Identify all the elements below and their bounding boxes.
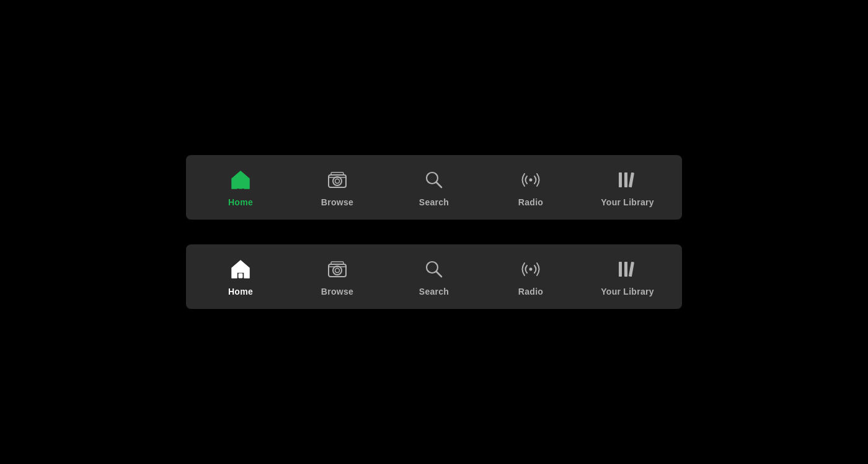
home-icon-wrap [228,167,253,192]
library-icon-wrap-bottom [615,257,640,282]
nav-item-library-bottom[interactable]: Your Library [587,257,668,297]
svg-rect-22 [624,262,627,277]
radio-label-top: Radio [518,197,543,207]
svg-line-19 [436,272,441,277]
browse-label-bottom: Browse [321,287,353,297]
home-label-top: Home [228,197,253,207]
search-icon-top [423,169,445,191]
svg-point-20 [529,268,533,271]
home-icon [229,168,252,192]
svg-rect-16 [331,262,343,264]
nav-item-radio-bottom[interactable]: Radio [490,257,571,297]
nav-bar-top: Home Browse Sear [186,155,682,220]
nav-item-home-bottom[interactable]: Home [200,257,281,297]
nav-bar-bottom: Home Browse Search [186,244,682,309]
search-label-bottom: Search [419,287,449,297]
search-icon-wrap-top [422,167,446,192]
home-icon-wrap-bottom [228,257,253,282]
nav-item-browse-top[interactable]: Browse [297,167,378,207]
nav-item-radio-top[interactable]: Radio [490,167,571,207]
library-icon-top [616,169,639,191]
library-label-bottom: Your Library [601,287,654,297]
library-label-top: Your Library [601,197,654,207]
nav-item-search-bottom[interactable]: Search [394,257,474,297]
radio-icon-bottom [519,257,542,281]
radio-icon-wrap-top [518,167,543,192]
browse-icon-bottom [326,258,348,280]
radio-icon-top [519,168,542,192]
svg-rect-4 [331,172,343,175]
browse-icon-wrap-bottom [325,257,350,282]
library-icon-wrap-top [615,167,640,192]
svg-rect-21 [619,262,622,277]
radio-icon-wrap-bottom [518,257,543,282]
library-icon-bottom [616,258,639,280]
nav-item-browse-bottom[interactable]: Browse [297,257,378,297]
svg-point-15 [335,269,340,273]
search-icon-bottom [423,258,445,280]
svg-rect-23 [629,262,634,277]
home-label-bottom: Home [228,287,253,297]
svg-rect-0 [239,184,242,189]
nav-item-search-top[interactable]: Search [394,167,474,207]
svg-point-8 [529,179,533,182]
nav-item-home-top[interactable]: Home [200,167,281,207]
svg-rect-9 [619,172,622,187]
search-icon-wrap-bottom [422,257,446,282]
svg-rect-12 [239,274,242,278]
svg-rect-10 [624,172,627,187]
radio-label-bottom: Radio [518,287,543,297]
home-icon-bottom [229,257,252,281]
browse-icon-wrap [325,167,350,192]
svg-point-3 [335,179,340,184]
svg-point-14 [333,266,342,275]
browse-label-top: Browse [321,197,353,207]
search-label-top: Search [419,197,449,207]
svg-rect-11 [629,172,634,188]
svg-line-7 [436,182,441,187]
svg-point-2 [333,177,342,185]
nav-item-library-top[interactable]: Your Library [587,167,668,207]
browse-icon [326,169,348,191]
